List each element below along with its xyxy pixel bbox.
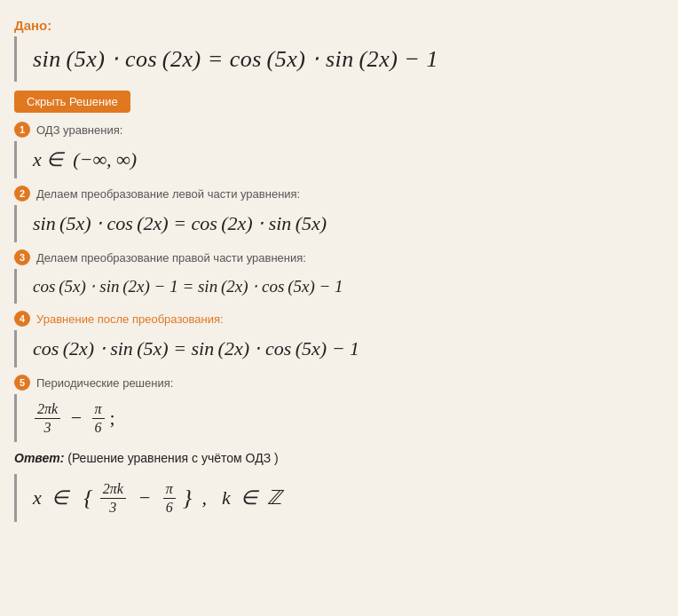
- step-3-content: cos (5x) ⋅ sin (2x) − 1 = sin (2x) ⋅ cos…: [14, 269, 664, 304]
- step-5-equation: 2πk 3 − π 6 ;: [33, 401, 648, 435]
- step-3-label: Делаем преобразование правой части уравн…: [36, 251, 306, 265]
- ods-equation: x ∈ (−∞, ∞): [33, 148, 648, 171]
- step-1-label: ОДЗ уравнения:: [36, 123, 122, 137]
- step-4-number: 4: [14, 311, 30, 327]
- step-1-header: 1 ОДЗ уравнения:: [14, 122, 664, 138]
- answer-header: Ответ: (Решение уравнения с учётом ОДЗ ): [14, 451, 664, 465]
- step-3-header: 3 Делаем преобразование правой части ура…: [14, 249, 664, 265]
- answer-outer: Ответ: (Решение уравнения с учётом ОДЗ )…: [14, 451, 664, 522]
- step-4-equation: cos (2x) ⋅ sin (5x) = sin (2x) ⋅ cos (5x…: [33, 337, 648, 360]
- step-2-label: Делаем преобразование левой части уравне…: [36, 187, 300, 201]
- step-2-equation: sin (5x) ⋅ cos (2x) = cos (2x) ⋅ sin (5x…: [33, 212, 648, 235]
- step-5-content: 2πk 3 − π 6 ;: [14, 394, 664, 442]
- step-5-header: 5 Периодические решения:: [14, 375, 664, 391]
- step-4-label: Уравнение после преобразования:: [36, 312, 224, 326]
- step-4-header: 4 Уравнение после преобразования:: [14, 311, 664, 327]
- step-2-number: 2: [14, 186, 30, 201]
- step-1-content: x ∈ (−∞, ∞): [14, 141, 664, 178]
- main-equation-box: sin (5x) ⋅ cos (2x) = cos (5x) ⋅ sin (2x…: [14, 36, 664, 82]
- step-1-number: 1: [14, 122, 30, 138]
- frac-2pik-3: 2πk 3: [35, 401, 60, 435]
- step-3-number: 3: [14, 249, 30, 265]
- step-2-content: sin (5x) ⋅ cos (2x) = cos (2x) ⋅ sin (5x…: [14, 205, 664, 242]
- dado-label: Дано:: [14, 18, 664, 33]
- step-5-container: 5 Периодические решения: 2πk 3 − π 6 ;: [14, 375, 664, 442]
- main-equation: sin (5x) ⋅ cos (2x) = cos (5x) ⋅ sin (2x…: [33, 45, 648, 73]
- answer-frac-2pik-3: 2πk 3: [100, 481, 126, 515]
- hide-solution-button[interactable]: Скрыть Решение: [14, 91, 130, 113]
- answer-equation: x ∈ { 2πk 3 − π 6 } , k ∈ ℤ: [33, 481, 648, 515]
- step-5-label: Периодические решения:: [36, 376, 173, 390]
- step-1-container: 1 ОДЗ уравнения: x ∈ (−∞, ∞): [14, 122, 664, 178]
- frac-pi-6: π 6: [92, 401, 105, 435]
- answer-frac-pi-6: π 6: [163, 481, 176, 515]
- step-3-equation: cos (5x) ⋅ sin (2x) − 1 = sin (2x) ⋅ cos…: [33, 276, 648, 296]
- step-5-number: 5: [14, 375, 30, 391]
- step-2-header: 2 Делаем преобразование левой части урав…: [14, 186, 664, 201]
- answer-section: x ∈ { 2πk 3 − π 6 } , k ∈ ℤ: [14, 474, 664, 522]
- step-4-container: 4 Уравнение после преобразования: cos (2…: [14, 311, 664, 367]
- step-4-content: cos (2x) ⋅ sin (5x) = sin (2x) ⋅ cos (5x…: [14, 330, 664, 367]
- page-container: Дано: sin (5x) ⋅ cos (2x) = cos (5x) ⋅ s…: [0, 9, 678, 536]
- answer-note: (Решение уравнения с учётом ОДЗ ): [67, 451, 278, 465]
- answer-label: Ответ:: [14, 451, 64, 465]
- step-2-container: 2 Делаем преобразование левой части урав…: [14, 186, 664, 242]
- step-3-container: 3 Делаем преобразование правой части ура…: [14, 249, 664, 304]
